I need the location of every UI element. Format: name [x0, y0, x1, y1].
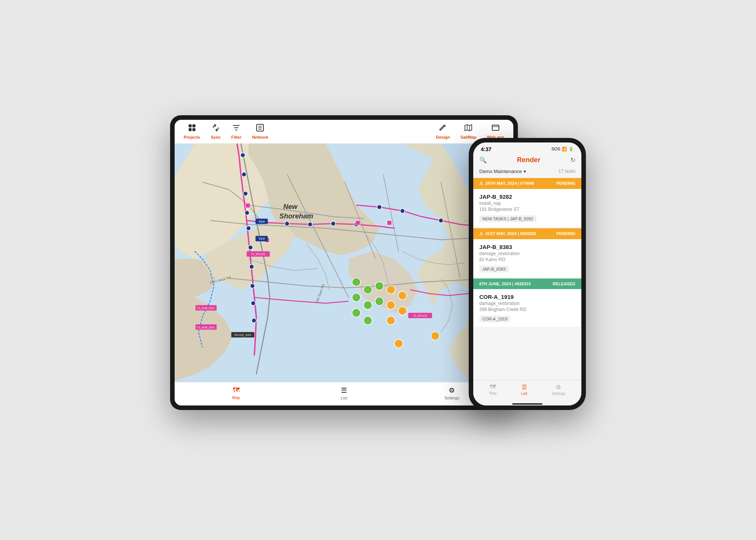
task-tag-1: NEW TASKS | JAP-B_9282: [479, 215, 536, 222]
sos-indicator: SOS: [552, 147, 560, 152]
svg-point-18: [308, 222, 312, 226]
task-status-3: RELEASED: [553, 282, 575, 286]
task-type-1: install_nap: [479, 201, 575, 206]
webapp-icon: [491, 124, 500, 134]
svg-rect-28: [356, 220, 360, 225]
svg-point-15: [251, 301, 256, 305]
phone-tab-map[interactable]: 🗺 Map: [489, 384, 496, 396]
toolbar-satmap[interactable]: Sat/Map: [460, 124, 476, 139]
search-icon[interactable]: 🔍: [479, 156, 487, 164]
task-tag-3: COR-A_1919: [479, 316, 510, 322]
phone-map-label: Map: [489, 391, 496, 395]
svg-point-9: [243, 191, 248, 196]
task-section-1: ⚠ 28TH MAY, 2024 | #74848 PENDING JAP-B_…: [473, 178, 581, 227]
svg-point-45: [364, 285, 372, 294]
svg-point-10: [245, 210, 249, 215]
task-name-1: JAP-B_9282: [479, 193, 575, 200]
network-icon: [256, 124, 264, 134]
svg-point-51: [364, 316, 372, 324]
filter-label: Filter: [231, 135, 242, 139]
task-name-3: COR-A_1919: [479, 294, 575, 300]
svg-text:SPLICE_0001: SPLICE_0001: [234, 333, 251, 336]
map-icon: [464, 124, 472, 134]
phone-screen: 4:37 SOS 📶 🔋 🔍 Render ↻ Demo Maintenance…: [473, 142, 581, 405]
task-header-left-3: 6TH JUNE, 2024 | #828333: [479, 282, 531, 286]
map-tab-icon: 🗺: [233, 386, 240, 394]
projects-label: Projects: [184, 135, 200, 139]
settings-tab-icon: ⚙: [449, 386, 455, 395]
tab-settings[interactable]: ⚙ Settings: [437, 386, 467, 400]
task-date-1: 28TH MAY, 2024 | #74848: [485, 181, 534, 186]
settings-tab-label: Settings: [444, 396, 459, 400]
svg-point-14: [250, 283, 255, 288]
phone-list-icon: ☰: [522, 384, 527, 391]
toolbar-design[interactable]: Design: [436, 124, 450, 139]
svg-rect-27: [245, 203, 250, 207]
tablet-toolbar: Projects Sync: [175, 120, 513, 144]
task-date-3: 6TH JUNE, 2024 | #828333: [479, 282, 531, 286]
refresh-icon[interactable]: ↻: [570, 156, 575, 164]
svg-point-49: [375, 297, 383, 305]
toolbar-filter[interactable]: Filter: [231, 124, 242, 139]
task-section-2: ⚠ 31ST MAY, 2024 | #828282 PENDING JAP-B…: [473, 228, 581, 277]
grid-icon: [188, 124, 196, 134]
svg-point-13: [249, 264, 254, 269]
phone-map-icon: 🗺: [490, 384, 496, 390]
task-body-3[interactable]: COR-A_1919 damage_restoration 289 Brigha…: [473, 289, 581, 327]
svg-point-48: [364, 301, 372, 309]
svg-point-53: [398, 291, 407, 299]
task-header-3: 6TH JUNE, 2024 | #828333 RELEASED: [473, 279, 581, 289]
list-tab-icon: ☰: [341, 386, 347, 395]
sync-label: Sync: [211, 135, 220, 139]
home-indicator: [512, 403, 542, 405]
phone-tabbar: 🗺 Map ☰ List ⚙ Settings: [473, 380, 581, 402]
filter-icon: [232, 124, 240, 134]
map-area[interactable]: T2-H T2-H T2_SPLICE T2_SPLICE T3_HUB_000…: [175, 144, 513, 382]
svg-point-19: [331, 221, 335, 226]
task-status-1: PENDING: [556, 181, 575, 186]
task-list[interactable]: ⚠ 28TH MAY, 2024 | #74848 PENDING JAP-B_…: [473, 176, 581, 380]
task-address-3: 289 Brigham Creek RD: [479, 307, 575, 312]
svg-point-46: [375, 282, 383, 290]
toolbar-webapp[interactable]: Web app: [487, 124, 504, 139]
task-header-1: ⚠ 28TH MAY, 2024 | #74848 PENDING: [473, 178, 581, 189]
list-tab-label: List: [341, 396, 347, 400]
tab-map[interactable]: 🗺 Map: [221, 386, 251, 400]
svg-point-47: [352, 293, 360, 301]
svg-point-23: [438, 218, 443, 223]
task-header-left-1: ⚠ 28TH MAY, 2024 | #74848: [479, 181, 534, 186]
svg-text:T2_SPLICE: T2_SPLICE: [413, 314, 428, 317]
toolbar-projects[interactable]: Projects: [184, 124, 200, 139]
phone-tab-list[interactable]: ☰ List: [521, 384, 527, 396]
phone-tab-settings[interactable]: ⚙ Settings: [552, 384, 565, 396]
svg-text:T2-H: T2-H: [259, 220, 265, 223]
toolbar-right: Design Sat/Map: [436, 124, 504, 139]
task-address-1: 191 Bridgestone ST: [479, 207, 575, 212]
project-selector[interactable]: Demo Maintenance ▾: [479, 169, 526, 174]
task-tag-2: JAP-B_8383: [479, 266, 509, 272]
phone-header: 🔍 Render ↻: [473, 154, 581, 166]
svg-point-58: [431, 331, 439, 340]
svg-rect-0: [189, 124, 192, 127]
task-date-2: 31ST MAY, 2024 | #828282: [485, 231, 536, 236]
svg-text:Shoreham: Shoreham: [279, 212, 313, 220]
tab-list[interactable]: ☰ List: [329, 386, 359, 400]
toolbar-sync[interactable]: Sync: [211, 124, 220, 139]
design-icon: [439, 124, 447, 134]
task-header-2: ⚠ 31ST MAY, 2024 | #828282 PENDING: [473, 228, 581, 239]
warning-icon-2: ⚠: [479, 231, 483, 236]
svg-point-44: [352, 278, 360, 286]
toolbar-network[interactable]: Network: [252, 124, 268, 139]
task-count: 17 tasks: [558, 169, 575, 174]
task-body-1[interactable]: JAP-B_9282 install_nap 191 Bridgestone S…: [473, 189, 581, 227]
svg-point-52: [387, 285, 395, 294]
task-type-2: damage_restoration: [479, 251, 575, 256]
app-title: Render: [517, 156, 540, 164]
tablet-tabbar: 🗺 Map ☰ List ⚙ Settings: [175, 382, 513, 405]
svg-point-8: [242, 172, 246, 176]
svg-point-56: [387, 316, 395, 324]
task-address-2: 82 Kamo RD: [479, 257, 575, 262]
phone-time: 4:37: [481, 146, 491, 152]
svg-point-57: [394, 339, 403, 348]
task-body-2[interactable]: JAP-B_8383 damage_restoration 82 Kamo RD…: [473, 239, 581, 277]
